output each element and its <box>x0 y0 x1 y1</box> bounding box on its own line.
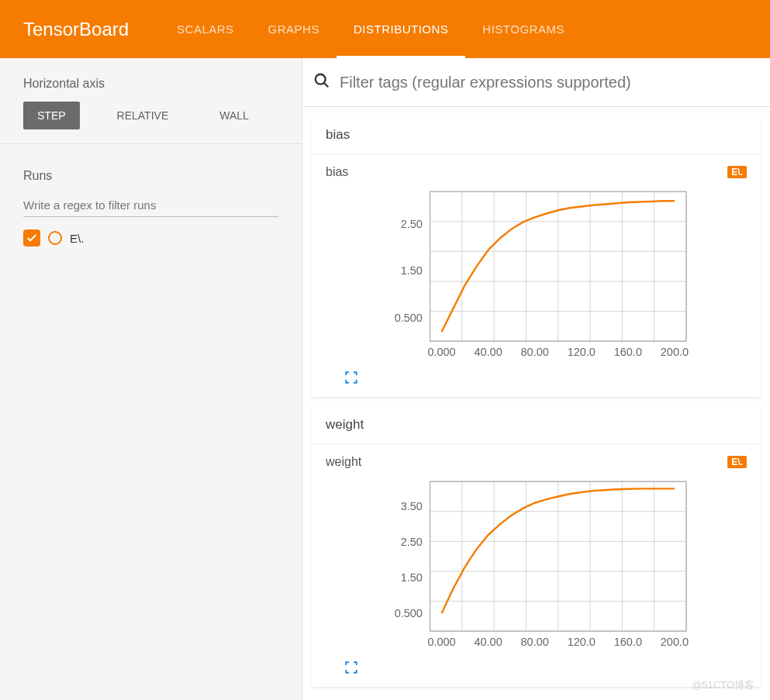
main-panel: bias bias E\. 0.5001.502.500.00040.0080.… <box>302 58 770 700</box>
svg-text:2.50: 2.50 <box>400 536 422 548</box>
svg-text:1.50: 1.50 <box>400 571 422 584</box>
divider <box>0 143 302 144</box>
tab-graphs[interactable]: GRAPHS <box>251 0 337 58</box>
axis-option-relative[interactable]: RELATIVE <box>103 102 183 129</box>
tag-filter-bar <box>302 58 770 107</box>
plot-title: weight <box>326 455 361 469</box>
checkbox-icon[interactable] <box>23 229 40 247</box>
run-badge: E\. <box>727 166 747 178</box>
tab-histograms[interactable]: HISTOGRAMS <box>465 0 582 58</box>
expand-icon[interactable] <box>326 366 747 388</box>
svg-text:160.0: 160.0 <box>613 636 641 648</box>
svg-text:80.00: 80.00 <box>520 346 548 358</box>
axis-option-step[interactable]: STEP <box>23 102 80 129</box>
svg-text:3.50: 3.50 <box>400 500 422 512</box>
run-color-swatch <box>48 231 62 245</box>
distribution-card: weight weight E\. 0.5001.502.503.500.000… <box>312 406 761 687</box>
svg-text:80.00: 80.00 <box>520 636 548 648</box>
svg-text:40.00: 40.00 <box>474 346 502 358</box>
svg-text:2.50: 2.50 <box>400 218 422 230</box>
distribution-chart[interactable]: 0.5001.502.503.500.00040.0080.00120.0160… <box>378 474 696 656</box>
expand-icon[interactable] <box>326 656 747 678</box>
svg-text:0.000: 0.000 <box>427 346 455 358</box>
svg-text:200.0: 200.0 <box>660 346 688 358</box>
watermark: @51CTO博客 <box>692 678 754 692</box>
run-name: E\. <box>70 232 84 245</box>
svg-text:1.50: 1.50 <box>400 265 422 278</box>
run-badge: E\. <box>727 456 747 468</box>
svg-line-1 <box>324 83 328 87</box>
search-icon <box>313 72 330 92</box>
axis-option-wall[interactable]: WALL <box>205 102 263 129</box>
logo: TensorBoard <box>0 19 160 40</box>
tag-filter-input[interactable] <box>340 74 759 91</box>
sidebar: Horizontal axis STEPRELATIVEWALL Runs E\… <box>0 58 302 700</box>
run-row[interactable]: E\. <box>23 222 278 254</box>
axis-title: Horizontal axis <box>23 77 278 91</box>
svg-text:120.0: 120.0 <box>567 636 595 648</box>
tab-scalars[interactable]: SCALARS <box>160 0 251 58</box>
svg-text:160.0: 160.0 <box>613 346 641 358</box>
card-header[interactable]: bias <box>312 116 761 154</box>
tab-distributions[interactable]: DISTRIBUTIONS <box>337 0 465 58</box>
card-header[interactable]: weight <box>312 406 761 444</box>
svg-text:0.500: 0.500 <box>394 312 422 324</box>
distribution-card: bias bias E\. 0.5001.502.500.00040.0080.… <box>312 116 761 397</box>
app-header: TensorBoard SCALARSGRAPHSDISTRIBUTIONSHI… <box>0 0 770 58</box>
distribution-chart[interactable]: 0.5001.502.500.00040.0080.00120.0160.020… <box>378 184 696 366</box>
runs-title: Runs <box>23 169 278 183</box>
svg-text:0.500: 0.500 <box>394 607 422 619</box>
svg-text:0.000: 0.000 <box>427 636 455 648</box>
svg-text:40.00: 40.00 <box>474 636 502 648</box>
svg-point-0 <box>316 74 326 84</box>
tab-bar: SCALARSGRAPHSDISTRIBUTIONSHISTOGRAMS <box>160 0 582 58</box>
axis-radio-group: STEPRELATIVEWALL <box>23 102 278 129</box>
plot-title: bias <box>326 165 348 179</box>
runs-filter-input[interactable] <box>23 194 278 217</box>
svg-text:120.0: 120.0 <box>567 346 595 358</box>
svg-text:200.0: 200.0 <box>660 636 688 648</box>
